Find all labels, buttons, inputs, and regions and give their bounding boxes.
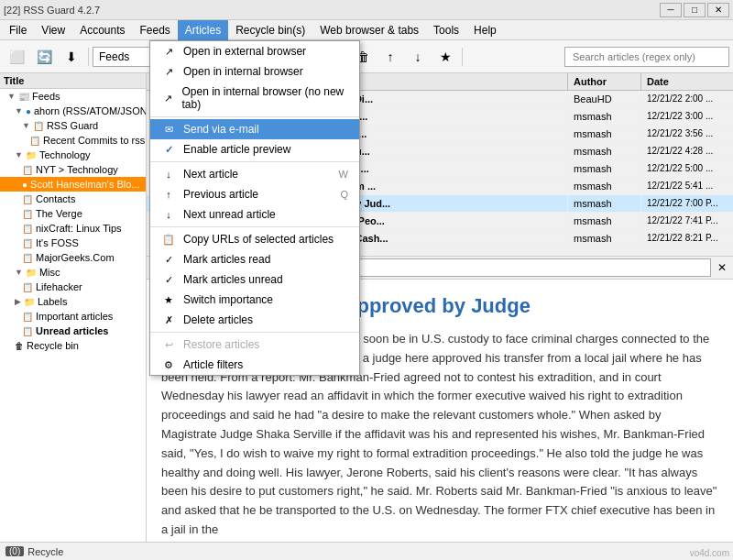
dd-open-internal-notab-label: Open in internal browser (no new tab) [181, 85, 348, 111]
delete-articles-icon: ✗ [161, 314, 176, 326]
send-email-icon: ✉ [161, 124, 176, 136]
dd-separator-2 [150, 161, 359, 162]
open-external-icon: ↗ [161, 46, 176, 58]
dd-mark-read-label: Mark articles read [183, 253, 270, 266]
dd-send-email-label: Send via e-mail [183, 123, 259, 136]
dd-prev-article[interactable]: ↑ Previous article Q [150, 184, 359, 204]
enable-preview-icon: ✓ [161, 144, 176, 156]
dd-next-unread[interactable]: ↓ Next unread article [150, 204, 359, 225]
dd-copy-urls-label: Copy URLs of selected articles [183, 233, 334, 246]
dd-mark-unread-label: Mark articles unread [183, 273, 283, 286]
open-internal-notab-icon: ↗ [161, 93, 174, 104]
dd-open-internal-notab[interactable]: ↗ Open in internal browser (no new tab) [150, 82, 359, 115]
switch-importance-icon: ★ [161, 294, 176, 306]
dd-open-external[interactable]: ↗ Open in external browser [150, 41, 359, 61]
dd-next-unread-label: Next unread article [183, 208, 276, 221]
dd-enable-preview[interactable]: ✓ Enable article preview [150, 139, 359, 159]
restore-articles-icon: ↩ [161, 339, 176, 351]
dd-separator-4 [150, 332, 359, 333]
next-article-shortcut: W [339, 169, 348, 180]
dd-separator-1 [150, 116, 359, 117]
dd-delete-articles-label: Delete articles [183, 313, 253, 326]
dd-restore-articles-label: Restore articles [183, 338, 259, 351]
mark-read-icon: ✓ [161, 254, 176, 266]
dd-mark-unread[interactable]: ✓ Mark articles unread [150, 269, 359, 290]
dd-mark-read[interactable]: ✓ Mark articles read [150, 249, 359, 269]
dd-next-article-label: Next article [183, 168, 238, 181]
dd-copy-urls[interactable]: 📋 Copy URLs of selected articles [150, 229, 359, 249]
dd-switch-importance[interactable]: ★ Switch importance [150, 290, 359, 310]
dd-switch-importance-label: Switch importance [183, 293, 273, 306]
dd-prev-article-label: Previous article [183, 188, 258, 201]
prev-article-icon: ↑ [161, 189, 176, 200]
articles-dropdown-menu: ↗ Open in external browser ↗ Open in int… [149, 40, 360, 376]
dd-next-article[interactable]: ↓ Next article W [150, 164, 359, 184]
dd-article-filters-label: Article filters [183, 358, 243, 371]
dd-enable-preview-label: Enable article preview [183, 143, 290, 156]
dd-send-email[interactable]: ✉ Send via e-mail [150, 119, 359, 139]
next-article-icon: ↓ [161, 169, 176, 180]
prev-article-shortcut: Q [340, 189, 348, 200]
open-internal-icon: ↗ [161, 66, 176, 78]
article-filters-icon: ⚙ [161, 359, 176, 371]
dd-restore-articles: ↩ Restore articles [150, 335, 359, 355]
dd-open-internal[interactable]: ↗ Open in internal browser [150, 61, 359, 82]
mark-unread-icon: ✓ [161, 274, 176, 286]
dd-article-filters[interactable]: ⚙ Article filters [150, 355, 359, 375]
dd-open-internal-label: Open in internal browser [183, 65, 303, 78]
dd-separator-3 [150, 226, 359, 227]
copy-urls-icon: 📋 [161, 234, 176, 246]
next-unread-icon: ↓ [161, 209, 176, 220]
dropdown-overlay [0, 0, 733, 560]
dd-open-external-label: Open in external browser [183, 45, 306, 58]
dd-delete-articles[interactable]: ✗ Delete articles [150, 310, 359, 330]
